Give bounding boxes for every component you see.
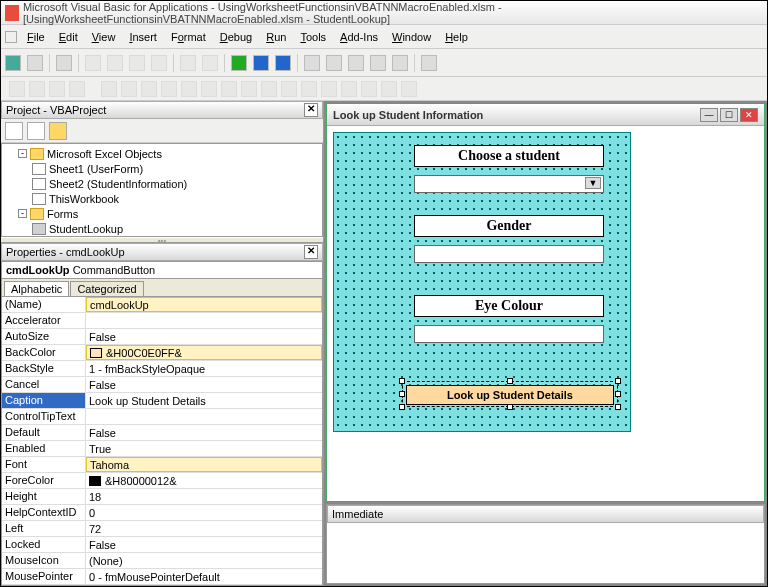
pause-icon[interactable] bbox=[253, 55, 269, 71]
property-row[interactable]: EnabledTrue bbox=[2, 441, 322, 457]
object-browser-icon[interactable] bbox=[370, 55, 386, 71]
view-code-icon[interactable] bbox=[5, 122, 23, 140]
text-eye-colour[interactable] bbox=[414, 325, 604, 343]
menu-help[interactable]: Help bbox=[439, 29, 474, 45]
property-row[interactable]: AutoSizeFalse bbox=[2, 329, 322, 345]
cut-icon[interactable] bbox=[85, 55, 101, 71]
maximize-icon[interactable]: ☐ bbox=[720, 108, 738, 122]
toolbar-secondary bbox=[1, 77, 767, 101]
tree-item[interactable]: Sheet2 (StudentInformation) bbox=[4, 176, 320, 191]
close-icon[interactable]: ✕ bbox=[740, 108, 758, 122]
window-icon[interactable] bbox=[5, 31, 17, 43]
tree-item[interactable]: StudentLookup bbox=[4, 221, 320, 236]
tree-item[interactable]: -Forms bbox=[4, 206, 320, 221]
app-titlebar: Microsoft Visual Basic for Applications … bbox=[1, 1, 767, 25]
menu-format[interactable]: Format bbox=[165, 29, 212, 45]
view-object-icon[interactable] bbox=[27, 122, 45, 140]
immediate-input[interactable] bbox=[327, 523, 764, 583]
excel-icon[interactable] bbox=[5, 55, 21, 71]
property-row[interactable]: ForeColor&H80000012& bbox=[2, 473, 322, 489]
label-eye-colour[interactable]: Eye Colour bbox=[414, 295, 604, 317]
design-mode-icon[interactable] bbox=[304, 55, 320, 71]
property-row[interactable]: ControlTipText bbox=[2, 409, 322, 425]
menu-window[interactable]: Window bbox=[386, 29, 437, 45]
run-icon[interactable] bbox=[231, 55, 247, 71]
stop-icon[interactable] bbox=[275, 55, 291, 71]
toggle-folders-icon[interactable] bbox=[49, 122, 67, 140]
lookup-button[interactable]: Look up Student Details bbox=[406, 385, 614, 405]
sheet-icon bbox=[32, 193, 46, 205]
property-row[interactable]: BackStyle1 - fmBackStyleOpaque bbox=[2, 361, 322, 377]
app-icon bbox=[5, 5, 19, 21]
userform-title: Look up Student Information bbox=[333, 109, 483, 121]
menu-view[interactable]: View bbox=[86, 29, 122, 45]
sheet-icon bbox=[32, 163, 46, 175]
copy-icon[interactable] bbox=[107, 55, 123, 71]
tree-item[interactable]: Sheet1 (UserForm) bbox=[4, 161, 320, 176]
tab-categorized[interactable]: Categorized bbox=[70, 281, 143, 296]
property-row[interactable]: Height18 bbox=[2, 489, 322, 505]
property-row[interactable]: BackColor&H00C0E0FF& bbox=[2, 345, 322, 361]
property-row[interactable]: Accelerator bbox=[2, 313, 322, 329]
object-selector[interactable]: cmdLookUp CommandButton bbox=[1, 261, 323, 279]
properties-title: Properties - cmdLookUp bbox=[6, 246, 125, 258]
menu-edit[interactable]: Edit bbox=[53, 29, 84, 45]
project-explorer-icon[interactable] bbox=[326, 55, 342, 71]
app-title: Microsoft Visual Basic for Applications … bbox=[23, 1, 763, 25]
combo-student[interactable] bbox=[414, 175, 604, 193]
menu-file[interactable]: File bbox=[21, 29, 51, 45]
menu-addins[interactable]: Add-Ins bbox=[334, 29, 384, 45]
project-explorer: Project - VBAProject ✕ -Microsoft Excel … bbox=[1, 101, 323, 243]
toolbar bbox=[1, 49, 767, 77]
property-row[interactable]: FontTahoma bbox=[2, 457, 322, 473]
help-icon[interactable] bbox=[421, 55, 437, 71]
property-row[interactable]: MouseIcon(None) bbox=[2, 553, 322, 569]
tree-item[interactable]: ThisWorkbook bbox=[4, 191, 320, 206]
project-tree[interactable]: -Microsoft Excel ObjectsSheet1 (UserForm… bbox=[1, 143, 323, 237]
project-title: Project - VBAProject bbox=[6, 104, 106, 116]
save-icon[interactable] bbox=[56, 55, 72, 71]
properties-icon[interactable] bbox=[348, 55, 364, 71]
folder-icon bbox=[30, 208, 44, 220]
tab-alphabetic[interactable]: Alphabetic bbox=[4, 281, 69, 296]
sheet-icon bbox=[32, 178, 46, 190]
properties-panel: Properties - cmdLookUp ✕ cmdLookUp Comma… bbox=[1, 243, 323, 586]
tree-item[interactable]: -Microsoft Excel Objects bbox=[4, 146, 320, 161]
close-icon[interactable]: ✕ bbox=[304, 245, 318, 259]
property-row[interactable]: CancelFalse bbox=[2, 377, 322, 393]
userform-surface[interactable]: Choose a student Gender Eye Colour Look … bbox=[333, 132, 631, 432]
toolbar-btn[interactable] bbox=[27, 55, 43, 71]
property-row[interactable]: MousePointer0 - fmMousePointerDefault bbox=[2, 569, 322, 585]
property-row[interactable]: Picture(None) bbox=[2, 585, 322, 586]
label-choose-student[interactable]: Choose a student bbox=[414, 145, 604, 167]
properties-grid[interactable]: (Name)cmdLookUpAcceleratorAutoSizeFalseB… bbox=[1, 296, 323, 586]
property-row[interactable]: HelpContextID0 bbox=[2, 505, 322, 521]
property-row[interactable]: (Name)cmdLookUp bbox=[2, 297, 322, 313]
property-row[interactable]: DefaultFalse bbox=[2, 425, 322, 441]
form-designer-window: Look up Student Information — ☐ ✕ Choose… bbox=[326, 103, 765, 502]
menu-insert[interactable]: Insert bbox=[123, 29, 163, 45]
redo-icon[interactable] bbox=[202, 55, 218, 71]
immediate-window: Immediate bbox=[326, 504, 765, 584]
menu-run[interactable]: Run bbox=[260, 29, 292, 45]
folder-icon bbox=[30, 148, 44, 160]
label-gender[interactable]: Gender bbox=[414, 215, 604, 237]
toolbox-icon[interactable] bbox=[392, 55, 408, 71]
property-row[interactable]: LockedFalse bbox=[2, 537, 322, 553]
menubar: File Edit View Insert Format Debug Run T… bbox=[1, 25, 767, 49]
paste-icon[interactable] bbox=[129, 55, 145, 71]
property-row[interactable]: Left72 bbox=[2, 521, 322, 537]
text-gender[interactable] bbox=[414, 245, 604, 263]
menu-tools[interactable]: Tools bbox=[294, 29, 332, 45]
t2-btn[interactable] bbox=[9, 81, 25, 97]
form-icon bbox=[32, 223, 46, 235]
find-icon[interactable] bbox=[151, 55, 167, 71]
immediate-title: Immediate bbox=[332, 508, 383, 520]
undo-icon[interactable] bbox=[180, 55, 196, 71]
menu-debug[interactable]: Debug bbox=[214, 29, 258, 45]
minimize-icon[interactable]: — bbox=[700, 108, 718, 122]
property-row[interactable]: CaptionLook up Student Details bbox=[2, 393, 322, 409]
close-icon[interactable]: ✕ bbox=[304, 103, 318, 117]
